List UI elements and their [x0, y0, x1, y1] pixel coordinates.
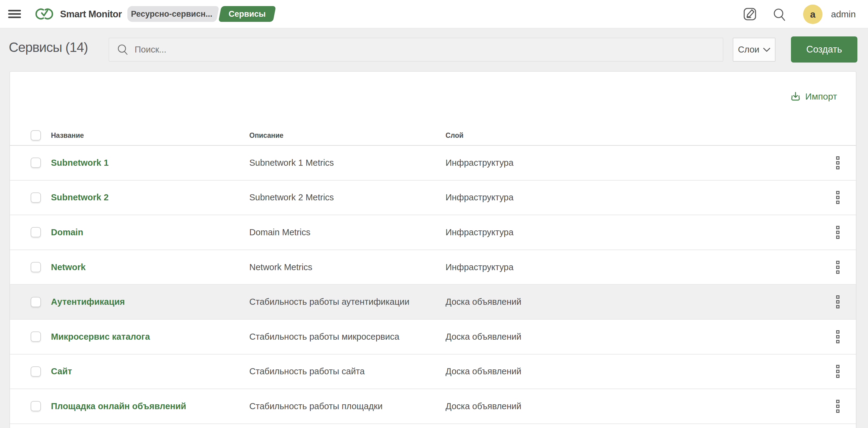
- service-description: Стабильность работы сайта: [249, 366, 445, 376]
- kebab-menu-icon[interactable]: [834, 363, 842, 380]
- service-name-link[interactable]: Площадка онлайн объявлений: [51, 401, 249, 411]
- service-description: Стабильность работы аутентификации: [249, 297, 445, 307]
- layers-dropdown[interactable]: Слои: [733, 38, 775, 62]
- table-row[interactable]: Сайт Стабильность работы сайта Доска объ…: [10, 354, 856, 390]
- card-toolbar: Импорт: [10, 72, 856, 126]
- avatar[interactable]: a: [803, 5, 823, 24]
- chevron-down-icon: [763, 48, 770, 52]
- table-row[interactable]: Subnetwork 1 Subnetwork 1 Metrics Инфрас…: [10, 146, 856, 181]
- download-icon: [790, 91, 801, 102]
- service-description: Subnetwork 2 Metrics: [249, 193, 445, 202]
- page-header: Сервисы (14) Слои Создать: [0, 28, 868, 71]
- kebab-menu-icon[interactable]: [834, 328, 842, 346]
- service-description: Domain Metrics: [249, 227, 445, 237]
- tab-services[interactable]: Сервисы: [220, 6, 275, 22]
- service-layer: Доска объявлений: [445, 366, 819, 376]
- row-checkbox[interactable]: [31, 227, 41, 237]
- compose-icon[interactable]: [743, 7, 757, 21]
- kebab-menu-icon[interactable]: [834, 397, 842, 415]
- row-checkbox[interactable]: [31, 262, 41, 272]
- row-checkbox[interactable]: [31, 332, 41, 342]
- table-header: Название Описание Слой: [10, 126, 856, 146]
- table-row[interactable]: Аутентификация Стабильность работы аутен…: [10, 285, 856, 320]
- topbar: Smart Monitor Ресурсно-сервисн... Сервис…: [0, 0, 868, 28]
- kebab-menu-icon[interactable]: [834, 293, 842, 311]
- table-row[interactable]: Subnetwork 2 Subnetwork 2 Metrics Инфрас…: [10, 181, 856, 216]
- service-description: Стабильность работы площадки: [249, 401, 445, 411]
- table-row[interactable]: Площадка онлайн объявлений Стабильность …: [10, 389, 856, 424]
- import-label: Импорт: [805, 91, 837, 102]
- service-layer: Доска объявлений: [445, 297, 819, 307]
- service-name-link[interactable]: Network: [51, 262, 249, 272]
- service-layer: Доска объявлений: [445, 401, 819, 411]
- service-description: Стабильность работы микросервиса: [249, 332, 445, 342]
- kebab-menu-icon[interactable]: [834, 189, 842, 206]
- service-layer: Инфраструктура: [445, 193, 819, 202]
- create-button[interactable]: Создать: [791, 36, 857, 62]
- service-name-link[interactable]: Subnetwork 1: [51, 158, 249, 168]
- page-title: Сервисы (14): [9, 40, 88, 55]
- select-all-checkbox[interactable]: [31, 130, 41, 141]
- service-description: Network Metrics: [249, 262, 445, 272]
- column-header-name[interactable]: Название: [51, 132, 249, 140]
- service-description: Subnetwork 1 Metrics: [249, 158, 445, 168]
- import-button[interactable]: Импорт: [790, 91, 837, 102]
- column-header-layer[interactable]: Слой: [445, 132, 819, 140]
- tab-label: Ресурсно-сервисн...: [127, 6, 216, 22]
- app-root: Smart Monitor Ресурсно-сервисн... Сервис…: [0, 0, 868, 428]
- kebab-menu-icon[interactable]: [834, 154, 842, 172]
- tab-label: Сервисы: [220, 6, 275, 22]
- service-name-link[interactable]: Domain: [51, 227, 249, 237]
- search-icon[interactable]: [773, 8, 786, 22]
- username[interactable]: admin: [831, 0, 856, 28]
- breadcrumb-tabs: Ресурсно-сервисн... Сервисы: [0, 0, 868, 28]
- search-input-wrapper: [108, 38, 723, 62]
- service-layer: Инфраструктура: [445, 158, 819, 168]
- row-checkbox[interactable]: [31, 297, 41, 307]
- service-name-link[interactable]: Subnetwork 2: [51, 193, 249, 202]
- service-layer: Инфраструктура: [445, 227, 819, 237]
- services-card: Импорт Название Описание Слой Subnetwork…: [9, 71, 857, 428]
- service-name-link[interactable]: Сайт: [51, 366, 249, 376]
- service-name-link[interactable]: Аутентификация: [51, 297, 249, 307]
- row-checkbox[interactable]: [31, 193, 41, 203]
- kebab-menu-icon[interactable]: [834, 258, 842, 276]
- service-layer: Доска объявлений: [445, 332, 819, 342]
- column-header-description[interactable]: Описание: [249, 132, 445, 140]
- search-input[interactable]: [135, 45, 723, 55]
- table-body: Subnetwork 1 Subnetwork 1 Metrics Инфрас…: [10, 146, 856, 424]
- service-name-link[interactable]: Микросервис каталога: [51, 332, 249, 342]
- row-checkbox[interactable]: [31, 366, 41, 377]
- avatar-initial: a: [810, 9, 815, 20]
- tab-resource-service-models[interactable]: Ресурсно-сервисн...: [127, 6, 216, 22]
- layers-label: Слои: [738, 45, 760, 55]
- kebab-menu-icon[interactable]: [834, 223, 842, 241]
- table-row[interactable]: Domain Domain Metrics Инфраструктура: [10, 215, 856, 250]
- table-row[interactable]: Network Network Metrics Инфраструктура: [10, 250, 856, 285]
- row-checkbox[interactable]: [31, 158, 41, 168]
- table-row[interactable]: Микросервис каталога Стабильность работы…: [10, 320, 856, 354]
- row-checkbox[interactable]: [31, 401, 41, 411]
- service-layer: Инфраструктура: [445, 262, 819, 272]
- search-icon: [117, 44, 128, 56]
